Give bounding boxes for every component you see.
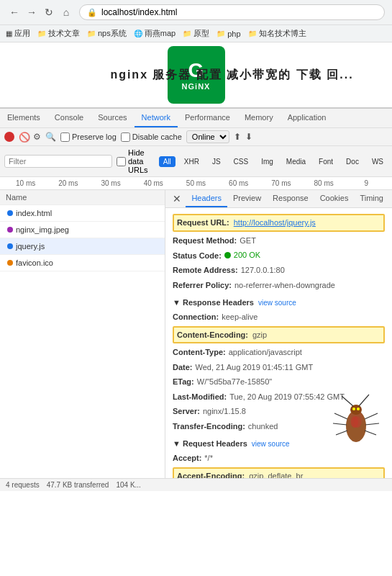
- clear-button[interactable]: 🚫: [19, 132, 29, 142]
- server-label: Server:: [173, 405, 200, 418]
- folder-icon: 📁: [87, 30, 96, 37]
- file-item-nginx-img[interactable]: nginx_img.jpeg: [0, 222, 165, 238]
- bookmark-label: 技术文章: [48, 28, 80, 39]
- address-bar[interactable]: 🔒 localhost/index.html: [79, 4, 385, 20]
- timeline-bar: 10 ms 20 ms 30 ms 40 ms 50 ms 60 ms 70 m…: [0, 177, 392, 190]
- bookmark-label: nps系统: [98, 28, 127, 39]
- tab-performance[interactable]: Performance: [178, 109, 237, 127]
- search-icon[interactable]: 🔍: [45, 132, 56, 142]
- tab-network[interactable]: Network: [135, 109, 178, 127]
- tick-10ms: 10 ms: [4, 179, 47, 187]
- request-method-value: GET: [240, 235, 256, 247]
- bookmark-label: 知名技术博主: [259, 28, 306, 39]
- connection-label: Connection:: [173, 311, 219, 323]
- response-headers-title: ▼ Response Headers view source: [173, 298, 385, 307]
- tab-application[interactable]: Application: [281, 109, 334, 127]
- hide-data-checkbox[interactable]: [117, 157, 126, 166]
- tab-cookies[interactable]: Cookies: [314, 190, 355, 207]
- type-media-button[interactable]: Media: [282, 156, 310, 167]
- tab-response[interactable]: Response: [267, 190, 314, 207]
- filter-input[interactable]: [4, 155, 112, 168]
- tab-memory[interactable]: Memory: [237, 109, 281, 127]
- file-list-header: Name: [0, 190, 165, 205]
- connection-row: Connection: keep-alive: [173, 310, 385, 325]
- tick-50ms: 50 ms: [175, 179, 217, 187]
- type-ws-button[interactable]: WS: [368, 156, 388, 167]
- devtools-panel: Elements Console Sources Network Perform…: [0, 107, 392, 491]
- home-button[interactable]: ⌂: [59, 5, 73, 19]
- tab-console[interactable]: Console: [47, 109, 91, 127]
- transfer-encoding-row: Transfer-Encoding: chunked: [173, 419, 385, 434]
- accept-encoding-label: Accept-Encoding:: [177, 470, 245, 478]
- reload-button[interactable]: ↻: [42, 5, 56, 19]
- record-button[interactable]: [4, 132, 14, 142]
- remote-address-label: Remote Address:: [173, 264, 238, 276]
- type-font-button[interactable]: Font: [314, 156, 337, 167]
- network-toolbar: 🚫 ⚙ 🔍 Preserve log Disable cache Online …: [0, 128, 392, 146]
- tab-headers[interactable]: Headers: [186, 190, 227, 207]
- back-button[interactable]: ←: [7, 5, 22, 19]
- type-js-button[interactable]: JS: [208, 156, 225, 167]
- bookmark-label: 雨燕map: [145, 28, 176, 39]
- file-dot: [7, 227, 13, 233]
- remote-address-value: 127.0.0.1:80: [241, 264, 285, 276]
- request-url-value[interactable]: http://localhost/jquery.js: [234, 217, 316, 229]
- request-method-label: Request Method:: [173, 235, 237, 247]
- type-xhr-button[interactable]: XHR: [180, 156, 204, 167]
- accept-value: */*: [204, 452, 213, 464]
- tick-70ms: 70 ms: [260, 179, 302, 187]
- preserve-log-checkbox[interactable]: [60, 132, 70, 142]
- requests-count: 4 requests: [6, 481, 40, 489]
- request-url-row: Request URL: http://localhost/jquery.js: [173, 212, 385, 233]
- throttle-select[interactable]: Online: [186, 130, 229, 143]
- bookmark-nps[interactable]: 📁 nps系统: [87, 28, 127, 39]
- content-encoding-value: gzip: [252, 329, 267, 341]
- response-view-source[interactable]: view source: [258, 299, 296, 307]
- type-img-button[interactable]: Img: [257, 156, 278, 167]
- folder-icon: 📁: [248, 30, 257, 37]
- filter-icon[interactable]: ⚙: [33, 132, 41, 142]
- bookmark-apps[interactable]: ▦ 应用: [6, 28, 30, 39]
- type-doc-button[interactable]: Doc: [342, 156, 363, 167]
- close-detail-button[interactable]: ✕: [168, 190, 186, 207]
- bookmark-map[interactable]: 🌐 雨燕map: [134, 28, 176, 39]
- disable-cache-checkbox[interactable]: [121, 132, 130, 142]
- file-dot: [7, 260, 13, 266]
- tab-preview[interactable]: Preview: [227, 190, 267, 207]
- type-css-button[interactable]: CSS: [229, 156, 253, 167]
- bookmark-label: 应用: [14, 28, 30, 39]
- page-content: G NGiNX nginx 服务器 配置 减小带宽的 下载 回...: [0, 42, 392, 107]
- transferred-size: 47.7 KB transferred: [47, 481, 109, 489]
- file-item-index[interactable]: index.html: [0, 205, 165, 222]
- type-all-button[interactable]: All: [159, 156, 176, 167]
- content-type-row: Content-Type: application/javascript: [173, 345, 385, 360]
- tick-90ms: 9: [345, 179, 388, 187]
- forward-button[interactable]: →: [24, 5, 39, 19]
- detail-pane: ✕ Headers Preview Response Cookies Timin…: [165, 190, 392, 478]
- bookmark-blog[interactable]: 📁 知名技术博主: [248, 28, 306, 39]
- tab-elements[interactable]: Elements: [0, 109, 47, 127]
- tab-timing[interactable]: Timing: [354, 190, 389, 207]
- bookmark-label: php: [227, 30, 240, 38]
- etag-row: ETag: W/"5d5ba77e-15850": [173, 374, 385, 390]
- file-item-jquery[interactable]: jquery.js: [0, 238, 165, 255]
- file-name: index.html: [16, 209, 158, 217]
- tab-sources[interactable]: Sources: [91, 109, 134, 127]
- apps-icon: ▦: [6, 30, 12, 37]
- bookmark-php[interactable]: 📁 php: [216, 30, 240, 38]
- upload-icon: ⬆: [234, 132, 241, 142]
- nginx-brand: NGiNX: [182, 82, 211, 91]
- browser-toolbar: ← → ↻ ⌂ 🔒 localhost/index.html: [0, 0, 392, 25]
- tick-60ms: 60 ms: [217, 179, 260, 187]
- headers-content: Request URL: http://localhost/jquery.js …: [165, 208, 392, 478]
- file-item-favicon[interactable]: favicon.ico: [0, 255, 165, 271]
- globe-icon: 🌐: [134, 30, 142, 37]
- bookmark-proto[interactable]: 📁 原型: [183, 28, 209, 39]
- request-view-source[interactable]: view source: [252, 440, 290, 448]
- resources-size: 104 K...: [116, 481, 140, 489]
- last-modified-label: Last-Modified:: [173, 391, 227, 403]
- hide-data-label[interactable]: Hide data URLs: [117, 148, 155, 174]
- bookmark-tech[interactable]: 📁 技术文章: [37, 28, 80, 39]
- preserve-log-label[interactable]: Preserve log: [60, 132, 117, 142]
- disable-cache-label[interactable]: Disable cache: [121, 132, 182, 142]
